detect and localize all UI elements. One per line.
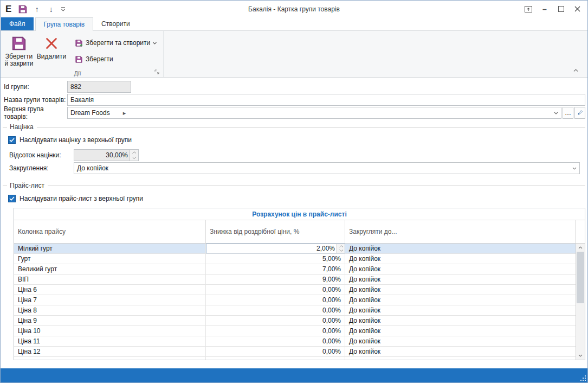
status-bar	[1, 368, 587, 382]
cell-price-column[interactable]: Ціна 8	[14, 305, 206, 315]
cell-price-column[interactable]: Ціна 9	[14, 316, 206, 325]
cell-price-column[interactable]: Ціна 11	[14, 336, 206, 346]
spinner-down-icon[interactable]	[337, 248, 345, 253]
cell-discount[interactable]: 0,00%	[206, 295, 345, 305]
parent-group-browse-button[interactable]: …	[563, 107, 573, 119]
table-row[interactable]: Великий гурт 7,00% До копійок	[14, 264, 576, 275]
spinner-up-icon[interactable]	[130, 150, 138, 155]
column-header-discount[interactable]: Знижка від роздрібної ціни, %	[206, 220, 345, 243]
cell-discount[interactable]: 0,00%	[206, 305, 345, 315]
cell-price-column[interactable]: ВІП	[14, 275, 206, 284]
scrollbar-thumb[interactable]	[577, 252, 584, 303]
rounding-dropdown-button[interactable]	[569, 163, 579, 174]
cell-price-column[interactable]: Ціна 7	[14, 295, 206, 305]
cell-discount[interactable]: 0,00%	[206, 285, 345, 295]
parent-group-edit-button[interactable]	[574, 107, 585, 119]
parent-group-dropdown-button[interactable]	[551, 107, 561, 118]
minimize-button[interactable]: –	[537, 1, 553, 17]
cell-discount[interactable]: 0,00%	[206, 316, 345, 325]
table-row[interactable]: Ціна 8 0,00% До копійок	[14, 305, 576, 316]
cell-discount[interactable]: 9,00%	[206, 275, 345, 284]
field-row-rounding: Закруглення: До копійок	[8, 162, 585, 174]
cell-discount[interactable]: 0,00%	[206, 336, 345, 346]
cell-price-column[interactable]: Мілкий гурт	[14, 244, 206, 253]
tab-file[interactable]: Файл	[1, 17, 34, 30]
cell-round-to[interactable]: До копійок	[345, 275, 576, 284]
cell-price-column[interactable]: Ціна 12	[14, 347, 206, 356]
cell-round-to[interactable]: До копійок	[345, 326, 576, 336]
inherit-markup-checkbox[interactable]	[8, 136, 16, 144]
table-row[interactable]: Ціна 12 0,00% До копійок	[14, 347, 576, 357]
table-row[interactable]: ВІП 9,00% До копійок	[14, 275, 576, 285]
parent-group-combo[interactable]: Dream Foods ▸	[67, 107, 561, 119]
cell-discount[interactable]: 7,00%	[206, 264, 345, 274]
table-row-partial	[14, 357, 576, 360]
window-title: Бакалія - Картка групи товарів	[1, 1, 587, 17]
scrollbar-up-button[interactable]	[576, 244, 585, 252]
column-header-round-to[interactable]: Закругляти до...	[345, 220, 576, 243]
collapse-ribbon-button[interactable]	[571, 67, 580, 74]
close-button[interactable]	[569, 1, 585, 17]
vertical-scrollbar[interactable]	[576, 220, 585, 360]
quick-save-button[interactable]	[16, 3, 29, 16]
discount-spinner[interactable]	[337, 244, 345, 253]
column-header-price-column[interactable]: Колонка прайсу	[14, 220, 206, 243]
cell-price-column[interactable]: Великий гурт	[14, 264, 206, 274]
table-row[interactable]: Гурт 5,00% До копійок	[14, 254, 576, 264]
cell-round-to[interactable]: До копійок	[345, 316, 576, 325]
down-arrow-icon: ↓	[49, 5, 53, 14]
delete-x-icon	[45, 35, 58, 52]
cell-round-to[interactable]: До копійок	[345, 305, 576, 315]
scrollbar-track[interactable]	[576, 252, 585, 352]
move-down-button[interactable]: ↓	[44, 3, 57, 16]
scrollbar-down-button[interactable]	[576, 352, 585, 360]
inherit-pricelist-label: Наслідувати прайс-лист з верхньої групи	[20, 195, 143, 202]
tab-create[interactable]: Створити	[93, 17, 138, 30]
percent-spinner[interactable]	[130, 150, 138, 161]
cell-round-to[interactable]: До копійок	[345, 254, 576, 264]
cell-discount-editor[interactable]: 2,00%	[206, 244, 345, 253]
delete-button[interactable]: Видалити	[35, 33, 68, 69]
save-and-close-button[interactable]: Зберегтий закрити	[3, 33, 35, 69]
cell-round-to[interactable]: До копійок	[345, 285, 576, 295]
table-row[interactable]: Ціна 11 0,00% До копійок	[14, 336, 576, 347]
move-up-button[interactable]: ↑	[30, 3, 43, 16]
save-button[interactable]: Зберегти	[73, 54, 158, 65]
qat-customize-button[interactable]	[59, 3, 67, 16]
maximize-button[interactable]	[553, 1, 569, 17]
cell-price-column[interactable]: Ціна 10	[14, 326, 206, 336]
delete-label: Видалити	[37, 53, 66, 60]
cell-round-to[interactable]: До копійок	[345, 295, 576, 305]
cell-price-column[interactable]: Ціна 6	[14, 285, 206, 295]
table-row[interactable]: Ціна 9 0,00% До копійок	[14, 316, 576, 326]
resize-grip[interactable]	[579, 374, 586, 381]
chevron-down-icon	[153, 42, 157, 44]
spinner-down-icon[interactable]	[130, 155, 138, 161]
cell-round-to[interactable]: До копійок	[345, 347, 576, 356]
tab-product-group[interactable]: Група товарів	[35, 17, 94, 31]
spinner-up-icon[interactable]	[337, 244, 345, 248]
cell-round-to[interactable]: До копійок	[345, 264, 576, 274]
table-row[interactable]: Ціна 10 0,00% До копійок	[14, 326, 576, 336]
field-row-parent: Верхня група товарів: Dream Foods ▸ …	[3, 107, 585, 119]
cell-round-to[interactable]: До копійок	[345, 244, 576, 253]
save-icon	[75, 55, 83, 63]
cell-discount[interactable]: 5,00%	[206, 254, 345, 264]
group-name-input[interactable]: Бакалія	[67, 94, 585, 106]
dialog-launcher-button[interactable]	[154, 69, 160, 75]
popout-window-button[interactable]	[520, 1, 537, 17]
id-input[interactable]: 882	[67, 81, 131, 93]
save-and-create-button[interactable]: Зберегти та створити	[73, 37, 158, 48]
inherit-pricelist-checkbox[interactable]	[8, 195, 16, 202]
rounding-combo[interactable]: До копійок	[74, 162, 580, 174]
table-row[interactable]: Ціна 6 0,00% До копійок	[14, 285, 576, 295]
table-row[interactable]: Ціна 7 0,00% До копійок	[14, 295, 576, 305]
cell-discount[interactable]: 0,00%	[206, 347, 345, 356]
save-create-label: Зберегти та створити	[86, 39, 150, 47]
markup-percent-input[interactable]: 30,00%	[74, 149, 139, 161]
cell-round-to[interactable]: До копійок	[345, 336, 576, 346]
cell-discount[interactable]: 0,00%	[206, 326, 345, 336]
table-row[interactable]: Мілкий гурт 2,00% До копійок	[14, 244, 576, 254]
cell-price-column[interactable]: Гурт	[14, 254, 206, 264]
app-icon[interactable]: E	[5, 4, 11, 15]
